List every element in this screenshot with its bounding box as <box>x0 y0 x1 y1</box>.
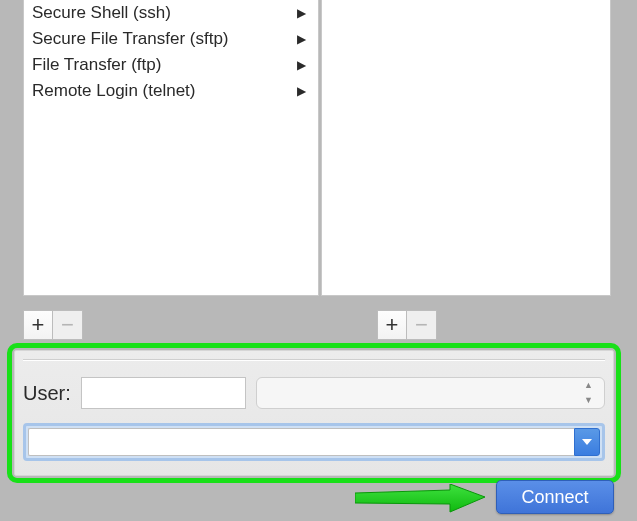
remove-protocol-button: − <box>53 310 83 340</box>
plus-icon: + <box>386 314 399 336</box>
list-item[interactable]: Secure File Transfer (sftp) ▶ <box>24 26 318 52</box>
remove-server-button: − <box>407 310 437 340</box>
list-item[interactable]: Remote Login (telnet) ▶ <box>24 78 318 104</box>
user-input[interactable] <box>81 377 246 409</box>
host-combobox <box>23 423 605 461</box>
submenu-arrow-icon: ▶ <box>297 32 306 46</box>
host-dropdown-button[interactable] <box>574 428 600 456</box>
divider <box>23 359 605 360</box>
svg-marker-1 <box>355 484 485 512</box>
submenu-arrow-icon: ▶ <box>297 84 306 98</box>
list-item-label: Secure File Transfer (sftp) <box>32 29 229 49</box>
protocol-list-controls: + − <box>23 310 83 340</box>
list-item[interactable]: Secure Shell (ssh) ▶ <box>24 0 318 26</box>
protocol-list[interactable]: Secure Shell (ssh) ▶ Secure File Transfe… <box>23 0 319 296</box>
list-item-label: File Transfer (ftp) <box>32 55 161 75</box>
list-item-label: Secure Shell (ssh) <box>32 3 171 23</box>
connect-button[interactable]: Connect <box>496 480 614 514</box>
user-label: User: <box>23 382 71 405</box>
chevron-down-icon <box>582 437 592 447</box>
plus-icon: + <box>32 314 45 336</box>
connect-button-label: Connect <box>521 487 588 508</box>
list-item[interactable]: File Transfer (ftp) ▶ <box>24 52 318 78</box>
host-input[interactable] <box>28 428 574 456</box>
servers-list[interactable] <box>321 0 611 296</box>
stepper-up-icon: ▲ <box>584 381 596 390</box>
servers-list-controls: + − <box>377 310 437 340</box>
stepper-down-icon: ▼ <box>584 396 596 405</box>
list-item-label: Remote Login (telnet) <box>32 81 195 101</box>
submenu-arrow-icon: ▶ <box>297 6 306 20</box>
minus-icon: − <box>415 314 428 336</box>
connection-form: User: ▲ ▼ <box>14 350 614 476</box>
submenu-arrow-icon: ▶ <box>297 58 306 72</box>
add-protocol-button[interactable]: + <box>23 310 53 340</box>
svg-marker-0 <box>582 439 592 445</box>
auth-stepper[interactable]: ▲ ▼ <box>256 377 605 409</box>
tutorial-arrow-icon <box>355 484 485 514</box>
minus-icon: − <box>61 314 74 336</box>
add-server-button[interactable]: + <box>377 310 407 340</box>
